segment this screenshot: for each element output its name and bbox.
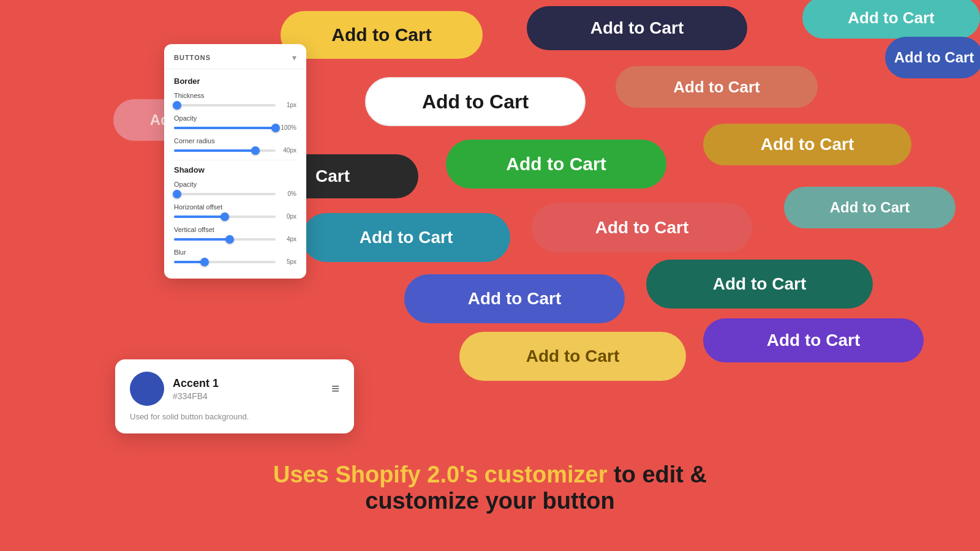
- blur-track[interactable]: [174, 261, 276, 263]
- blur-value: 5px: [279, 258, 296, 265]
- button-gold[interactable]: Add to Cart: [703, 124, 911, 165]
- button-blue-top-right[interactable]: Add to Cart: [885, 37, 980, 78]
- vert-offset-control: Vertical offset 4px: [174, 226, 296, 242]
- blur-control: Blur 5px: [174, 249, 296, 265]
- stack-icon[interactable]: ≡: [331, 381, 339, 397]
- button-yellow-top[interactable]: Add to Cart: [281, 11, 483, 59]
- button-teal-top-right[interactable]: Add to Cart: [802, 0, 980, 39]
- color-card: Accent 1 #334FB4 ≡ Used for solid button…: [115, 359, 354, 433]
- button-coral[interactable]: Add to Cart: [616, 66, 818, 108]
- thickness-label: Thickness: [174, 92, 296, 99]
- bottom-text-highlight: Uses Shopify 2.0's customizer: [273, 462, 607, 487]
- thickness-control: Thickness 1px: [174, 92, 296, 108]
- vert-offset-label: Vertical offset: [174, 226, 296, 233]
- opacity-border-value: 100%: [279, 124, 296, 131]
- bottom-text-line1: Uses Shopify 2.0's customizer to edit &: [0, 462, 980, 488]
- opacity-border-control: Opacity 100%: [174, 114, 296, 131]
- shadow-opacity-value: 0%: [279, 190, 296, 197]
- button-dark-navy[interactable]: Add to Cart: [527, 6, 747, 50]
- color-name: Accent 1: [173, 377, 331, 390]
- shadow-opacity-track[interactable]: [174, 193, 276, 195]
- opacity-border-track[interactable]: [174, 127, 276, 129]
- vert-offset-track[interactable]: [174, 238, 276, 241]
- button-teal-gray[interactable]: Add to Cart: [784, 187, 956, 228]
- button-teal[interactable]: Add to Cart: [302, 213, 510, 262]
- vert-offset-value: 4px: [279, 236, 296, 242]
- horiz-offset-track[interactable]: [174, 216, 276, 218]
- opacity-border-label: Opacity: [174, 114, 296, 122]
- button-green[interactable]: Add to Cart: [446, 140, 666, 189]
- button-white[interactable]: Add to Cart: [365, 77, 586, 126]
- bottom-text-normal1: to edit &: [614, 462, 707, 487]
- color-swatch: [130, 372, 164, 406]
- blur-label: Blur: [174, 249, 296, 256]
- panel-title: BUTTONS: [174, 54, 211, 61]
- button-yellow-mid[interactable]: Add to Cart: [459, 332, 686, 381]
- thickness-track[interactable]: [174, 104, 276, 107]
- button-red[interactable]: Add to Cart: [532, 203, 752, 252]
- color-info: Accent 1 #334FB4: [173, 377, 331, 401]
- corner-radius-track[interactable]: [174, 149, 276, 152]
- settings-panel: BUTTONS ▾ Border Thickness 1px Opacity: [164, 44, 306, 279]
- corner-radius-value: 40px: [279, 147, 296, 154]
- button-dark-teal[interactable]: Add to Cart: [646, 260, 873, 309]
- shadow-opacity-control: Opacity 0%: [174, 181, 296, 197]
- thickness-value: 1px: [279, 102, 296, 108]
- color-hex: #334FB4: [173, 391, 331, 401]
- horiz-offset-control: Horizontal offset 0px: [174, 203, 296, 220]
- corner-radius-control: Corner radius 40px: [174, 137, 296, 154]
- color-description: Used for solid button background.: [130, 412, 339, 421]
- button-blue-indigo[interactable]: Add to Cart: [404, 274, 625, 323]
- chevron-down-icon[interactable]: ▾: [292, 53, 296, 62]
- horiz-offset-value: 0px: [279, 213, 296, 220]
- bottom-text-line2: customize your button: [0, 488, 980, 514]
- shadow-opacity-label: Opacity: [174, 181, 296, 188]
- horiz-offset-label: Horizontal offset: [174, 203, 296, 211]
- shadow-section-title: Shadow: [174, 165, 296, 174]
- bottom-text-section: Uses Shopify 2.0's customizer to edit & …: [0, 462, 980, 514]
- corner-radius-label: Corner radius: [174, 137, 296, 144]
- bottom-text-bold: customize your button: [365, 488, 614, 514]
- button-purple[interactable]: Add to Cart: [703, 318, 924, 362]
- border-section-title: Border: [174, 77, 296, 86]
